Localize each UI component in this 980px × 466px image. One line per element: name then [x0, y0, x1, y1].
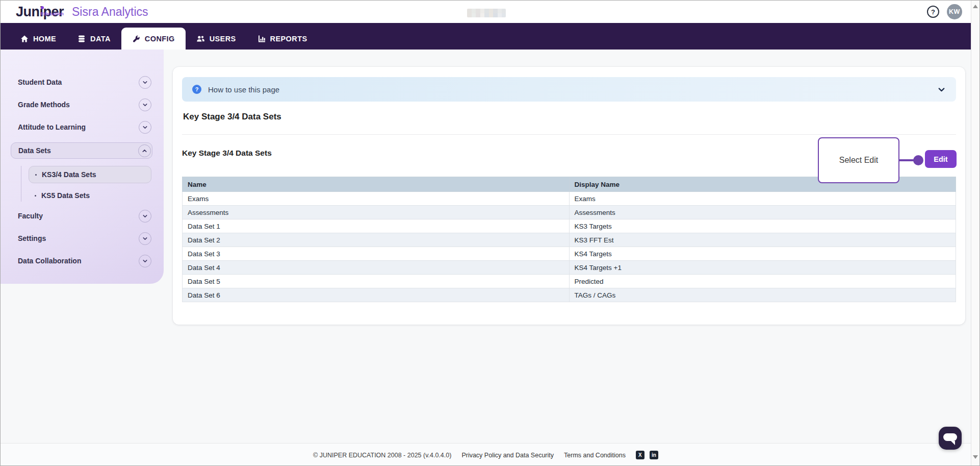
nav-item-users[interactable]: USERS — [186, 28, 247, 50]
x-icon[interactable]: X — [636, 451, 644, 459]
sidebar-item-label: Data Collaboration — [18, 257, 81, 265]
avatar-initials: KW — [949, 8, 960, 15]
workspace: Student Data Grade Methods Attitude to L… — [1, 50, 979, 466]
cell-name: Data Set 4 — [183, 261, 570, 275]
privacy-policy-link[interactable]: Privacy Policy and Data Security — [461, 452, 554, 459]
edit-button[interactable]: Edit — [925, 150, 957, 168]
juniper-logo-text: Juniper Education — [16, 4, 64, 19]
bullet-icon — [35, 195, 36, 197]
chevron-down-icon[interactable] — [139, 76, 151, 89]
content-card: ? How to use this page Key Stage 3/4 Dat… — [173, 67, 965, 325]
section-title: Key Stage 3/4 Data Sets — [182, 149, 272, 158]
nav-item-data[interactable]: DATA — [67, 28, 121, 50]
nav-label: CONFIG — [145, 35, 175, 43]
select-edit-callout: Select Edit — [818, 137, 899, 183]
sidebar-item-label: Settings — [18, 234, 46, 242]
product-name: Sisra Analytics — [72, 5, 148, 19]
juniper-logo: Juniper Education Sisra Analytics — [16, 4, 148, 19]
copyright-text: © JUNIPER EDUCATION 2008 - 2025 (v.4.0.4… — [313, 452, 451, 459]
report-chart-icon — [257, 35, 266, 43]
cell-display-name: KS4 Targets — [569, 247, 956, 261]
sidebar-item-label: Student Data — [18, 78, 62, 86]
table-row: Data Set 4 KS4 Targets +1 — [183, 261, 956, 275]
chevron-down-icon[interactable] — [139, 232, 151, 245]
top-header: Juniper Education Sisra Analytics ? KW — [1, 1, 979, 23]
help-glyph: ? — [931, 9, 935, 15]
sidebar-item-settings[interactable]: Settings — [11, 231, 152, 246]
chat-widget-button[interactable] — [939, 427, 962, 450]
sidebar-item-grade-methods[interactable]: Grade Methods — [11, 97, 152, 112]
sidebar-item-attitude-to-learning[interactable]: Attitude to Learning — [11, 120, 152, 134]
sidebar-item-student-data[interactable]: Student Data — [11, 75, 152, 89]
cell-name: Data Set 5 — [183, 275, 570, 288]
cell-name: Assessments — [183, 206, 570, 219]
sidebar-item-label: Faculty — [18, 212, 43, 220]
cell-name: Exams — [183, 192, 570, 206]
info-icon: ? — [192, 85, 201, 94]
header-actions: ? KW — [927, 1, 962, 23]
table-row: Data Set 3 KS4 Targets — [183, 247, 956, 261]
table-row: Exams Exams — [183, 192, 956, 206]
page-scrollbar[interactable] — [971, 1, 979, 465]
nav-label: USERS — [210, 35, 236, 43]
sidebar-item-label: Data Sets — [18, 146, 51, 155]
linkedin-icon[interactable]: in — [650, 451, 658, 459]
database-icon — [78, 35, 86, 43]
data-sets-table: Name Display Name Exams Exams Assessment… — [182, 177, 956, 302]
divider — [182, 134, 956, 135]
wrench-icon — [132, 35, 140, 43]
cell-display-name: Exams — [569, 192, 956, 206]
config-sidebar: Student Data Grade Methods Attitude to L… — [1, 50, 164, 284]
chevron-down-icon[interactable] — [937, 85, 946, 94]
cell-display-name: KS3 Targets — [569, 219, 956, 233]
page-title: Key Stage 3/4 Data Sets — [183, 112, 955, 122]
bullet-icon — [35, 174, 37, 176]
chevron-down-icon[interactable] — [139, 255, 151, 267]
chat-bubble-tail — [951, 441, 955, 445]
terms-link[interactable]: Terms and Conditions — [564, 452, 626, 459]
page-footer: © JUNIPER EDUCATION 2008 - 2025 (v.4.0.4… — [1, 443, 971, 466]
chevron-down-icon[interactable] — [139, 99, 151, 111]
cell-name: Data Set 2 — [183, 233, 570, 247]
redacted-school-name — [467, 9, 506, 17]
users-icon — [196, 35, 205, 43]
cell-display-name: KS3 FFT Est — [569, 233, 956, 247]
app-window: Juniper Education Sisra Analytics ? KW H… — [0, 0, 980, 466]
nav-item-home[interactable]: HOME — [10, 28, 67, 50]
callout-label: Select Edit — [839, 156, 878, 165]
callout-connector-line — [899, 159, 914, 161]
sidebar-item-faculty[interactable]: Faculty — [11, 209, 152, 223]
sidebar-item-label: Grade Methods — [18, 101, 70, 109]
cell-display-name: Assessments — [569, 206, 956, 219]
chevron-down-icon[interactable] — [139, 121, 151, 134]
cell-name: Data Set 3 — [183, 247, 570, 261]
table-row: Data Set 1 KS3 Targets — [183, 219, 956, 233]
sidebar-item-ks34-data-sets[interactable]: KS3/4 Data Sets — [29, 166, 151, 183]
sidebar-item-data-sets[interactable]: Data Sets — [11, 142, 152, 159]
nav-item-config[interactable]: CONFIG — [121, 28, 186, 50]
table-row: Data Set 6 TAGs / CAGs — [183, 288, 956, 302]
sidebar-subitem-label: KS5 Data Sets — [41, 191, 90, 200]
cell-name: Data Set 1 — [183, 219, 570, 233]
help-icon[interactable]: ? — [927, 6, 939, 18]
scroll-down-arrow-icon[interactable] — [973, 455, 978, 459]
chat-bubble-icon — [943, 433, 957, 441]
sidebar-item-ks5-data-sets[interactable]: KS5 Data Sets — [29, 189, 151, 202]
chevron-down-icon[interactable] — [139, 210, 151, 223]
nav-item-reports[interactable]: REPORTS — [247, 28, 318, 50]
scroll-up-arrow-icon[interactable] — [973, 5, 978, 8]
how-to-use-banner[interactable]: ? How to use this page — [182, 77, 956, 102]
avatar[interactable]: KW — [947, 4, 962, 19]
social-links: X in — [636, 451, 658, 459]
sidebar-item-data-collaboration[interactable]: Data Collaboration — [11, 254, 152, 268]
data-sets-submenu: KS3/4 Data Sets KS5 Data Sets — [21, 166, 151, 202]
brand-tagline: Education — [41, 6, 64, 21]
chevron-up-icon[interactable] — [138, 144, 151, 157]
column-header-name: Name — [183, 177, 570, 192]
sidebar-subitem-label: KS3/4 Data Sets — [42, 170, 96, 179]
table-row: Assessments Assessments — [183, 206, 956, 219]
how-to-use-label: How to use this page — [208, 85, 279, 94]
cell-display-name: Predicted — [569, 275, 956, 288]
nav-label: HOME — [33, 35, 56, 43]
cell-name: Data Set 6 — [183, 288, 570, 302]
